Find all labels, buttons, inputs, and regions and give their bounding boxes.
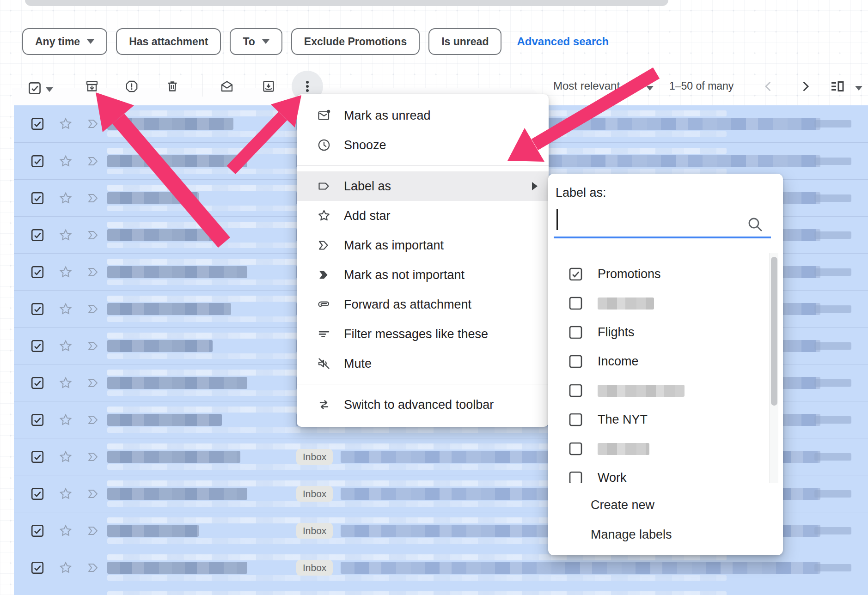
email-row[interactable] bbox=[14, 586, 868, 595]
archive-icon[interactable] bbox=[85, 79, 99, 93]
row-checkbox[interactable] bbox=[31, 302, 44, 316]
menu-item-mark-as-important[interactable]: Mark as important bbox=[297, 231, 549, 260]
unchecked-checkbox-icon[interactable] bbox=[568, 354, 583, 369]
row-checkbox[interactable] bbox=[31, 154, 44, 168]
star-icon[interactable] bbox=[58, 413, 73, 427]
row-checkbox[interactable] bbox=[31, 524, 44, 538]
select-dropdown-icon[interactable] bbox=[46, 87, 53, 92]
unchecked-checkbox-icon[interactable] bbox=[568, 325, 583, 340]
menu-item-filter-messages[interactable]: Filter messages like these bbox=[297, 319, 549, 349]
label-option-the-nyt[interactable]: The NYT bbox=[548, 405, 783, 434]
menu-item-mark-as-unread[interactable]: Mark as unread bbox=[297, 101, 549, 130]
split-view-caret-icon[interactable] bbox=[855, 86, 862, 91]
vertical-dots-icon bbox=[300, 79, 314, 93]
importance-marker-icon[interactable] bbox=[86, 116, 101, 131]
star-icon[interactable] bbox=[58, 116, 73, 131]
filter-chip-exclude-promotions[interactable]: Exclude Promotions bbox=[291, 28, 420, 55]
importance-marker-icon[interactable] bbox=[86, 191, 101, 206]
star-icon[interactable] bbox=[58, 154, 73, 169]
redacted-label-name bbox=[598, 443, 649, 455]
label-option-redacted[interactable] bbox=[548, 434, 783, 463]
filter-chip-is-unread[interactable]: Is unread bbox=[428, 28, 501, 55]
unchecked-checkbox-icon[interactable] bbox=[568, 296, 583, 310]
unchecked-checkbox-icon[interactable] bbox=[568, 383, 583, 398]
importance-marker-icon[interactable] bbox=[86, 265, 101, 279]
scrollbar-thumb[interactable] bbox=[771, 257, 777, 406]
label-option-promotions[interactable]: Promotions bbox=[548, 260, 783, 289]
row-checkbox[interactable] bbox=[31, 191, 44, 205]
star-icon[interactable] bbox=[58, 486, 73, 501]
important-icon bbox=[317, 238, 331, 252]
sort-dropdown[interactable]: Most relevant bbox=[553, 79, 620, 92]
menu-item-label-as[interactable]: Label as bbox=[297, 171, 549, 201]
row-checkbox[interactable] bbox=[31, 561, 44, 575]
row-checkbox[interactable] bbox=[31, 413, 44, 427]
redacted-date bbox=[814, 231, 851, 239]
star-icon[interactable] bbox=[58, 265, 73, 279]
star-icon[interactable] bbox=[58, 376, 73, 390]
menu-item-snooze[interactable]: Snooze bbox=[297, 130, 549, 160]
split-view-icon[interactable] bbox=[830, 79, 845, 94]
chip-label: Is unread bbox=[441, 36, 489, 48]
unchecked-checkbox-icon[interactable] bbox=[568, 471, 583, 483]
row-checkbox[interactable] bbox=[31, 117, 44, 131]
advanced-search-link[interactable]: Advanced search bbox=[517, 35, 609, 48]
checked-checkbox-icon[interactable] bbox=[568, 267, 583, 281]
menu-item-add-star[interactable]: Add star bbox=[297, 201, 549, 231]
move-to-icon[interactable] bbox=[262, 79, 275, 93]
create-new-label-button[interactable]: Create new bbox=[591, 494, 654, 516]
importance-marker-icon[interactable] bbox=[86, 449, 101, 464]
filter-chip-any-time[interactable]: Any time bbox=[22, 28, 107, 55]
label-search-input[interactable] bbox=[554, 237, 771, 238]
importance-marker-icon[interactable] bbox=[86, 486, 101, 501]
importance-marker-icon[interactable] bbox=[86, 413, 101, 427]
scrollbar-track[interactable] bbox=[769, 253, 778, 483]
importance-marker-icon[interactable] bbox=[86, 302, 101, 316]
label-option-flights[interactable]: Flights bbox=[548, 318, 783, 347]
menu-item-label: Snooze bbox=[344, 138, 386, 152]
filter-chip-to[interactable]: To bbox=[230, 28, 282, 55]
report-spam-icon[interactable] bbox=[125, 79, 139, 93]
mute-icon bbox=[317, 357, 331, 370]
redacted-sender bbox=[107, 266, 247, 278]
star-icon[interactable] bbox=[58, 228, 73, 243]
star-icon[interactable] bbox=[58, 302, 73, 316]
snooze-icon bbox=[317, 138, 331, 152]
row-checkbox[interactable] bbox=[31, 376, 44, 390]
star-icon[interactable] bbox=[58, 449, 73, 464]
importance-marker-icon[interactable] bbox=[86, 154, 101, 169]
label-option-income[interactable]: Income bbox=[548, 347, 783, 376]
delete-icon[interactable] bbox=[165, 79, 179, 93]
importance-marker-icon[interactable] bbox=[86, 228, 101, 243]
mark-as-read-icon[interactable] bbox=[220, 79, 234, 93]
chevron-left-icon[interactable] bbox=[760, 79, 776, 94]
row-checkbox[interactable] bbox=[31, 228, 44, 242]
label-option-redacted[interactable] bbox=[548, 289, 783, 318]
label-option-redacted[interactable] bbox=[548, 376, 783, 405]
menu-item-forward-as-attachment[interactable]: Forward as attachment bbox=[297, 290, 549, 319]
row-checkbox[interactable] bbox=[31, 339, 44, 353]
sort-caret-icon[interactable] bbox=[646, 86, 654, 91]
importance-marker-icon[interactable] bbox=[86, 339, 101, 353]
star-icon[interactable] bbox=[58, 339, 73, 353]
star-icon[interactable] bbox=[58, 560, 73, 575]
gmail-screenshot: Any time Has attachment To Exclude Promo… bbox=[0, 0, 868, 595]
importance-marker-icon[interactable] bbox=[86, 560, 101, 575]
star-icon[interactable] bbox=[58, 523, 73, 538]
star-icon[interactable] bbox=[58, 191, 73, 206]
unchecked-checkbox-icon[interactable] bbox=[568, 413, 583, 427]
importance-marker-icon[interactable] bbox=[86, 523, 101, 538]
row-checkbox[interactable] bbox=[31, 487, 44, 501]
select-all-checkbox[interactable] bbox=[28, 81, 42, 95]
manage-labels-button[interactable]: Manage labels bbox=[591, 523, 672, 546]
menu-item-mute[interactable]: Mute bbox=[297, 349, 549, 378]
row-checkbox[interactable] bbox=[31, 265, 44, 279]
label-option-work[interactable]: Work bbox=[548, 463, 783, 483]
unchecked-checkbox-icon[interactable] bbox=[568, 442, 583, 456]
row-checkbox[interactable] bbox=[31, 450, 44, 464]
chevron-right-icon[interactable] bbox=[798, 79, 813, 94]
menu-item-switch-toolbar[interactable]: Switch to advanced toolbar bbox=[297, 390, 549, 419]
menu-item-mark-as-not-important[interactable]: Mark as not important bbox=[297, 260, 549, 290]
importance-marker-icon[interactable] bbox=[86, 376, 101, 390]
filter-chip-has-attachment[interactable]: Has attachment bbox=[116, 28, 221, 55]
